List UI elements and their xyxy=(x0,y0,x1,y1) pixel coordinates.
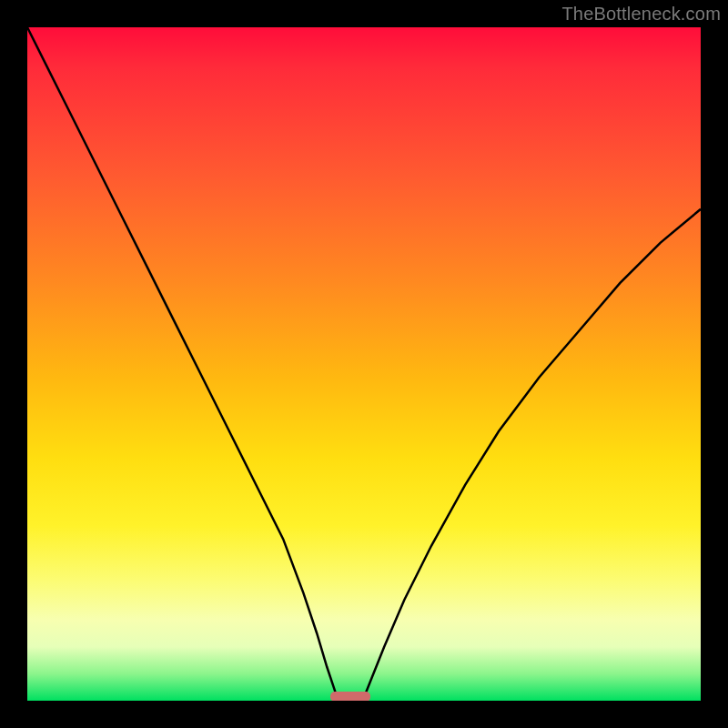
bottleneck-marker xyxy=(330,692,370,701)
chart-container: TheBottleneck.com xyxy=(0,0,728,728)
left-curve-path xyxy=(27,27,337,697)
curve-layer xyxy=(27,27,701,701)
watermark-text: TheBottleneck.com xyxy=(561,4,721,25)
right-curve-path xyxy=(364,209,701,698)
plot-area xyxy=(27,27,701,701)
